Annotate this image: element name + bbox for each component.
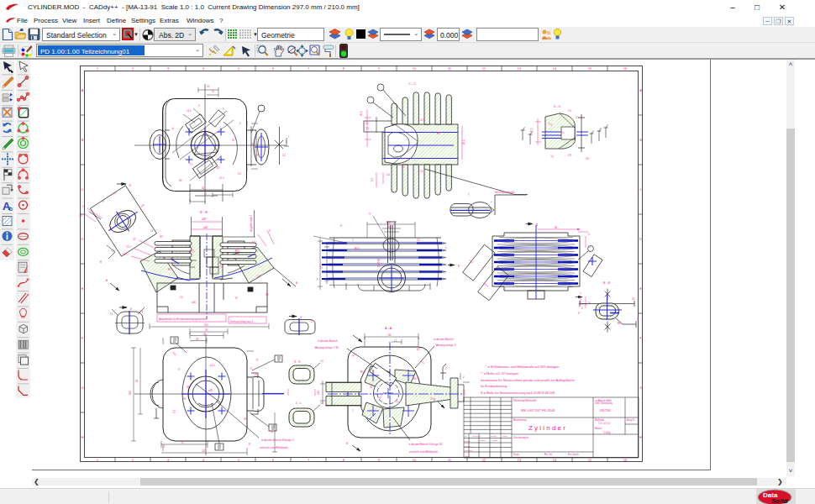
svg-text:36.5: 36.5: [360, 111, 363, 116]
svg-text:WE LIGIT DVT FKL 8508: WE LIGIT DVT FKL 8508: [521, 409, 555, 412]
svg-text:14±0.05: 14±0.05: [377, 258, 381, 267]
svg-text:ø58: ø58: [386, 221, 391, 224]
svg-text:14: 14: [204, 192, 208, 196]
svg-text:1.5: 1.5: [568, 109, 571, 113]
svg-text:14: 14: [553, 458, 557, 462]
svg-text:38: 38: [187, 386, 190, 389]
svg-text:26: 26: [256, 153, 260, 156]
svg-text:1.6: 1.6: [371, 178, 374, 181]
svg-text:D: D: [82, 237, 84, 241]
svg-text:1:1 ±2 ±1: 1:1 ±2 ±1: [598, 422, 610, 425]
svg-text:3: 3: [167, 66, 170, 71]
svg-text:ø14: ø14: [317, 391, 320, 395]
svg-text:5: 5: [238, 66, 240, 71]
svg-text:16: 16: [632, 297, 635, 301]
svg-text:10: 10: [232, 139, 235, 142]
svg-text:Masse: Masse: [595, 427, 602, 430]
svg-text:12.5: 12.5: [126, 245, 131, 249]
svg-text:15: 15: [110, 312, 113, 316]
svg-text:104: 104: [129, 391, 132, 395]
svg-text:R8: R8: [550, 154, 555, 158]
svg-text:15°: 15°: [402, 165, 405, 169]
svg-text:zentrisch zum Mittelpunkt: zentrisch zum Mittelpunkt: [409, 450, 438, 454]
svg-text:30°: 30°: [370, 386, 373, 389]
svg-text:15.5: 15.5: [219, 176, 224, 180]
svg-text:in diesem Bereich Schräge 30°: in diesem Bereich Schräge 30°: [408, 443, 444, 446]
svg-text:30: 30: [251, 142, 255, 145]
svg-text:14.5: 14.5: [468, 259, 474, 265]
svg-text:Norm.: Norm.: [465, 455, 471, 458]
svg-text:Zylinder: Zylinder: [528, 424, 567, 432]
svg-text:R1.5: R1.5: [360, 370, 365, 374]
svg-text:Anlaufmaße für Erstbearbeitung: Anlaufmaße für Erstbearbeitung gestriche…: [159, 318, 207, 321]
svg-text:H: H: [639, 435, 642, 439]
svg-text:G: G: [300, 316, 302, 319]
svg-text:47: 47: [181, 441, 185, 444]
svg-text:4°: 4°: [163, 445, 166, 449]
svg-text:E: E: [639, 286, 642, 291]
svg-text:7°: 7°: [397, 401, 399, 404]
svg-text:mit Klipseinsatz: mit Klipseinsatz: [495, 191, 515, 194]
svg-text:4: 4: [581, 307, 583, 310]
svg-text:12.5: 12.5: [463, 390, 466, 395]
svg-text:14.5: 14.5: [187, 109, 192, 113]
svg-text:64: 64: [135, 379, 139, 382]
svg-text:1.6: 1.6: [254, 373, 257, 376]
svg-text:12: 12: [482, 458, 486, 462]
svg-text:15°: 15°: [133, 238, 136, 241]
svg-text:8: 8: [343, 66, 345, 71]
svg-text:34: 34: [202, 186, 205, 190]
svg-text:* = Schlitzbreiten- und Höhen: * = Schlitzbreiten- und Höhenmaße auf 64…: [486, 365, 559, 369]
svg-text:A: A: [106, 279, 108, 282]
svg-text:G: G: [639, 386, 642, 390]
svg-text:Datum: Datum: [480, 439, 486, 442]
svg-text:ø56: ø56: [192, 301, 196, 304]
svg-text:1.5*: 1.5*: [220, 265, 225, 268]
svg-text:4°: 4°: [178, 368, 181, 371]
svg-text:9: 9: [378, 66, 381, 71]
svg-text:ø44: ø44: [203, 226, 208, 229]
svg-text:12.5: 12.5: [420, 118, 425, 122]
svg-text:1*: 1*: [445, 367, 449, 370]
svg-text:Drehanschlag max 1: Drehanschlag max 1: [230, 320, 254, 323]
svg-text:zentrisch zum Mittelpunkt: zentrisch zum Mittelpunkt: [260, 446, 288, 449]
svg-text:30°: 30°: [266, 293, 269, 297]
svg-text:S = Maße für Serienvermessung: S = Maße für Serienvermessung nach DVW-N…: [481, 391, 555, 395]
svg-text:Änderung: Änderung: [471, 435, 481, 438]
svg-text:14: 14: [553, 66, 557, 71]
svg-text:17: 17: [190, 163, 193, 166]
svg-text:A - A: A - A: [385, 326, 392, 330]
svg-text:Zu: Zu: [465, 435, 467, 438]
svg-text:10: 10: [413, 458, 417, 462]
svg-text:in diesem Bereich: in diesem Bereich: [318, 339, 338, 343]
svg-text:R15: R15: [235, 249, 240, 253]
svg-text:4: 4: [198, 104, 200, 108]
svg-text:45°: 45°: [417, 348, 420, 351]
svg-text:102: 102: [202, 449, 206, 453]
svg-text:8: 8: [223, 108, 224, 111]
svg-text:D: D: [639, 237, 642, 241]
svg-text:A: A: [82, 88, 84, 92]
svg-text:C - C: C - C: [408, 81, 416, 86]
svg-text:4°: 4°: [250, 367, 253, 370]
svg-text:Urspr.: Urspr.: [513, 453, 520, 456]
svg-text:E: E: [82, 286, 84, 291]
svg-text:4: 4: [202, 66, 205, 71]
svg-text:B: B: [346, 442, 348, 445]
svg-text:1: 1: [580, 291, 581, 295]
svg-text:2: 2: [132, 66, 134, 71]
svg-text:12: 12: [587, 244, 592, 249]
svg-text:16: 16: [207, 85, 210, 88]
svg-text:15: 15: [588, 458, 592, 462]
svg-text:2.5: 2.5: [417, 239, 420, 242]
svg-text:ø48°: ø48°: [202, 218, 207, 221]
svg-text:B - B: B - B: [603, 281, 611, 285]
svg-text:52.5: 52.5: [320, 264, 323, 269]
svg-text:0.4: 0.4: [386, 173, 390, 176]
svg-text:4: 4: [82, 205, 84, 208]
svg-text:L - L: L - L: [296, 402, 302, 405]
svg-text:B: B: [100, 260, 102, 264]
svg-text:10.5: 10.5: [123, 253, 128, 256]
svg-text:C: C: [639, 187, 642, 192]
svg-text:R2: R2: [168, 268, 171, 271]
